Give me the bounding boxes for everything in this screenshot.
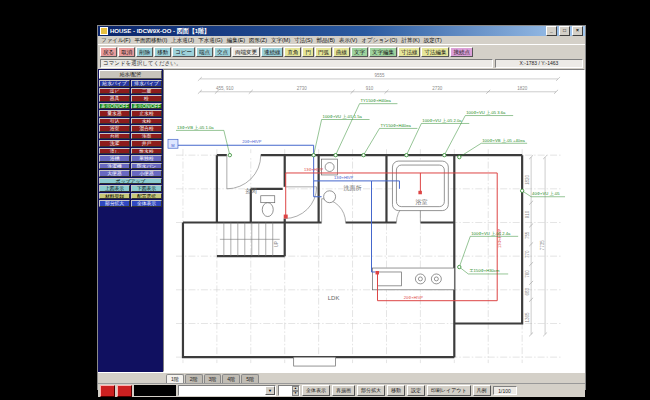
polyline-button[interactable]: 連続線	[261, 47, 284, 57]
menu-shape[interactable]: 図形(Z)	[249, 37, 267, 44]
room-label-bath: 浴室	[415, 198, 427, 206]
mixer-tap-button[interactable]: 混合栓	[131, 125, 162, 132]
intersection-button[interactable]: 交点	[214, 47, 231, 57]
tab-floor-3[interactable]: 3階	[204, 374, 222, 383]
cancel-button[interactable]: 取消	[118, 47, 135, 57]
delete-button[interactable]: 削除	[136, 47, 153, 57]
fixture-button[interactable]: 器具	[99, 95, 130, 102]
lower-view-button[interactable]: 下図表示	[131, 185, 162, 192]
prompt-bar: コマンドを選択してください。 X:-1783 / Y:-1463	[98, 58, 585, 69]
legend-button[interactable]: 凡例	[473, 385, 491, 396]
title-bar[interactable]: HOUSE - IDCW9X-OO - 図面【1階】 _ □ ×	[98, 26, 585, 36]
spinner-down-icon[interactable]: ▼	[292, 391, 299, 396]
inlet-button[interactable]: 引込	[99, 118, 130, 125]
tap-button[interactable]: 栓	[131, 95, 162, 102]
curve-button[interactable]: 曲線	[333, 47, 350, 57]
zoom-window-button[interactable]: 部分拡大	[357, 385, 385, 396]
sprinkler-button[interactable]: 散水栓	[131, 148, 162, 155]
washstand-button[interactable]: 洗面	[131, 133, 162, 140]
drain-pan-button[interactable]: 防水パン	[131, 163, 162, 170]
dim-edit-button[interactable]: 寸法編集	[421, 47, 449, 57]
fit-view-button[interactable]: 全体表示	[131, 200, 162, 207]
water-meter-button[interactable]: 量水器	[99, 110, 130, 117]
partial-zoom-button[interactable]: 部分拡大	[99, 200, 130, 207]
tab-floor-2[interactable]: 2階	[185, 374, 203, 383]
arc-button[interactable]: 円弧	[315, 47, 332, 57]
popup-button[interactable]: ポップアップ	[99, 178, 162, 185]
undo-button[interactable]: 戻る	[100, 47, 117, 57]
pipe-note-6: 100Φ×VU 上-05 3.6a	[466, 110, 506, 115]
menu-file[interactable]: ファイル(F)	[101, 37, 131, 44]
stop-valve-button[interactable]: 止水栓	[131, 110, 162, 117]
text-button[interactable]: 文字	[351, 47, 368, 57]
blue-pipe-label-1: 20Φ×HIVP	[242, 139, 262, 144]
both-ends-button[interactable]: 両端変更	[232, 47, 260, 57]
single-tap-button[interactable]: 単独栓	[131, 155, 162, 162]
combo-dropdown-icon[interactable]: ▼	[265, 386, 275, 395]
water-meter-label: M	[171, 143, 174, 148]
rightangle-button[interactable]: 直角	[284, 47, 301, 57]
faucet-button[interactable]: 水栓	[131, 118, 162, 125]
drain-pipe-button[interactable]: 排水パイプ	[131, 80, 162, 87]
move-button[interactable]: 移動	[154, 47, 171, 57]
maximize-button[interactable]: □	[559, 26, 570, 36]
menu-watersupply[interactable]: 上水道(J)	[171, 37, 194, 44]
quick-red-button-1[interactable]	[100, 385, 115, 397]
menu-dimension[interactable]: 寸法(S)	[294, 37, 312, 44]
menu-calc[interactable]: 計算(K)	[401, 37, 419, 44]
tab-floor-4[interactable]: 4階	[222, 374, 240, 383]
dim-line-button[interactable]: 寸法線	[398, 47, 421, 57]
placement-select-button[interactable]: 配置選択	[131, 193, 162, 200]
dim-right-5: 760	[525, 270, 530, 278]
tab-floor-1[interactable]: 1階	[166, 374, 184, 383]
upper-view-button[interactable]: 上図表示	[99, 185, 130, 192]
urinal-button[interactable]: 小便器	[131, 170, 162, 177]
toilet-button[interactable]: 大便器	[99, 170, 130, 177]
menu-sewer[interactable]: 下水道(G)	[198, 37, 222, 44]
layer-combo[interactable]: ▼	[178, 385, 276, 396]
endpoint-button[interactable]: 端点	[196, 47, 213, 57]
menu-edit[interactable]: 編集(E)	[227, 37, 245, 44]
pan-button[interactable]: 移動	[387, 385, 405, 396]
material-register-button[interactable]: 材料登録	[99, 193, 130, 200]
menu-view[interactable]: 表示(V)	[339, 37, 357, 44]
sink-button[interactable]: 流し	[99, 148, 130, 155]
menu-settings[interactable]: 設定(T)	[424, 37, 442, 44]
menu-text[interactable]: 文字(M)	[271, 37, 290, 44]
text-edit-button[interactable]: 文字編集	[369, 47, 397, 57]
quick-red-button-2[interactable]	[117, 385, 132, 397]
top-dimensions: 9555 455, 910 2730 910 2730 1820	[198, 73, 560, 94]
kitchen-button[interactable]: 台所	[99, 133, 130, 140]
fit-button[interactable]: 全体表示	[302, 385, 330, 396]
menu-planmove[interactable]: 平面図移動(I)	[135, 37, 168, 44]
dim-top-5: 1820	[517, 86, 527, 91]
close-button[interactable]: ×	[572, 26, 583, 36]
dim-right-2: 910	[525, 210, 530, 218]
minimize-button[interactable]: _	[546, 26, 557, 36]
laundry-button[interactable]: 洗濯	[99, 140, 130, 147]
redraw-button[interactable]: 再描画	[332, 385, 355, 396]
zoom-spinner[interactable]: ▲ ▼	[278, 385, 300, 396]
double-layer-button[interactable]: 二層	[131, 88, 162, 95]
print-layout-button[interactable]: 印刷レイアウト	[427, 385, 471, 396]
pipe-note-3: TY150Φ×H40ea	[361, 98, 392, 103]
pvc-button[interactable]: 塩ビ	[99, 88, 130, 95]
supply-pipe-button[interactable]: 給水パイプ	[99, 80, 130, 87]
circle-button[interactable]: 円	[302, 47, 314, 57]
well-button[interactable]: 井戸	[131, 140, 162, 147]
display-toggle-left[interactable]: 表示ON/OFF	[99, 103, 130, 110]
settings-button[interactable]: 設定	[407, 385, 425, 396]
bathtub-button[interactable]: 浴槽	[99, 155, 130, 162]
tab-floor-5[interactable]: 5階	[241, 374, 259, 383]
drawing-canvas[interactable]: 9555 455, 910 2730 910 2730 1820 1820 91…	[163, 69, 585, 372]
copy-button[interactable]: コピー	[172, 47, 195, 57]
dim-top-4: 2730	[432, 86, 442, 91]
washer-button[interactable]: 洗濯機	[99, 163, 130, 170]
stairs-up-label: UP	[274, 241, 279, 247]
menu-bar: ファイル(F) 平面図移動(I) 上水道(J) 下水道(G) 編集(E) 図形(…	[98, 36, 585, 45]
display-toggle-right[interactable]: 表示ON/OFF	[131, 103, 162, 110]
menu-option[interactable]: オプション(O)	[361, 37, 397, 44]
bathroom-button[interactable]: 浴室	[99, 125, 130, 132]
menu-parts[interactable]: 部品(B)	[317, 37, 335, 44]
connect-point-button[interactable]: 接続点	[450, 47, 473, 57]
